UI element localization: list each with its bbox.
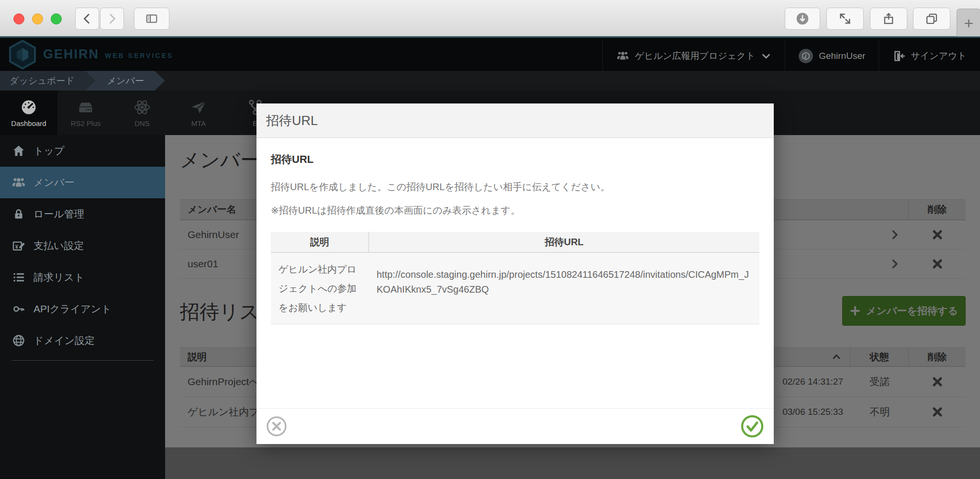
user-name-label: GehirnUser <box>819 51 865 61</box>
service-label: DNS <box>134 119 150 127</box>
window-zoom-button[interactable] <box>51 13 62 24</box>
sidebar: トップ メンバー ロール管理 ¥ 支払い設定 請求リスト <box>0 135 165 479</box>
project-group-icon <box>616 49 629 62</box>
project-switcher-label: ゲヒルン広報用プロジェクト <box>635 50 755 62</box>
modal-message-1: 招待URLを作成しました。この招待URLを招待したい相手に伝えてください。 <box>271 180 759 194</box>
signout-button[interactable]: サインアウト <box>879 39 980 72</box>
breadcrumb-dashboard[interactable]: ダッシュボード <box>0 71 96 91</box>
brand-name: GEHIRN <box>43 47 99 62</box>
col-description: 説明 <box>271 232 369 252</box>
col-invite-url: 招待URL <box>369 232 759 252</box>
signout-icon <box>892 50 905 62</box>
service-rs2plus[interactable]: RS2 Plus <box>57 91 114 135</box>
home-icon <box>11 144 26 158</box>
modal-heading: 招待URL <box>271 152 759 167</box>
atom-icon <box>134 99 151 116</box>
breadcrumb: ダッシュボード メンバー <box>0 71 980 91</box>
gehirn-hexagon-icon <box>9 40 36 69</box>
share-button[interactable] <box>870 8 907 30</box>
payment-settings-icon: ¥ <box>11 239 26 252</box>
back-button[interactable] <box>75 8 99 30</box>
downloads-button[interactable] <box>785 8 820 30</box>
sidebar-label: 請求リスト <box>33 271 84 284</box>
sidebar-label: 支払い設定 <box>33 239 84 252</box>
user-menu[interactable]: GehirnUser <box>785 39 879 72</box>
window-minimize-button[interactable] <box>32 13 43 24</box>
sidebar-item-top[interactable]: トップ <box>0 135 165 167</box>
app-header: GEHIRN WEB SERVICES ゲヒルン広報用プロジェクト Gehirn… <box>0 36 980 71</box>
new-tab-button[interactable]: + <box>957 9 980 36</box>
forward-icon <box>106 12 118 25</box>
list-icon <box>11 271 26 284</box>
service-mta[interactable]: MTA <box>170 91 227 135</box>
paper-plane-icon <box>190 99 207 116</box>
window-close-button[interactable] <box>13 13 24 24</box>
sidebar-toggle-button[interactable] <box>134 8 169 30</box>
svg-text:¥: ¥ <box>15 244 19 250</box>
service-dns[interactable]: DNS <box>114 91 170 135</box>
modal-message-2: ※招待URLは招待作成直後の本画面にのみ表示されます。 <box>271 204 759 217</box>
project-switcher[interactable]: ゲヒルン広報用プロジェクト <box>602 39 785 72</box>
chevron-down-icon <box>761 51 771 61</box>
lock-icon <box>11 208 26 220</box>
server-icon <box>77 99 94 116</box>
sidebar-label: APIクライアント <box>33 302 111 316</box>
sidebar-label: トップ <box>33 144 64 158</box>
forward-button[interactable] <box>100 8 124 30</box>
circle-x-icon <box>266 416 287 437</box>
plus-icon: + <box>964 15 974 31</box>
sidebar-divider <box>11 360 154 361</box>
service-label: MTA <box>191 119 206 127</box>
breadcrumb-label: メンバー <box>107 75 144 87</box>
sidebar-item-members[interactable]: メンバー <box>0 167 165 198</box>
invite-url-value[interactable]: http://console.staging.gehirn.jp/project… <box>369 253 759 324</box>
service-label: RS2 Plus <box>71 119 101 127</box>
fullscreen-icon <box>838 12 852 25</box>
invite-description: ゲヒルン社内プロジェクトへの参加をお願いします <box>271 253 369 324</box>
modal-confirm-button[interactable] <box>740 414 764 438</box>
download-icon <box>796 12 809 25</box>
users-icon <box>11 175 26 190</box>
tabs-icon <box>925 12 938 25</box>
service-label: Dashboard <box>11 119 46 127</box>
key-icon <box>11 303 26 315</box>
modal-title: 招待URL <box>256 103 774 138</box>
gauge-icon <box>20 99 37 116</box>
user-avatar <box>799 49 813 63</box>
sidebar-label: ドメイン設定 <box>33 334 95 347</box>
sidebar-label: メンバー <box>33 176 74 189</box>
sidebar-item-payment[interactable]: ¥ 支払い設定 <box>0 230 165 262</box>
service-dashboard[interactable]: Dashboard <box>0 91 57 135</box>
globe-icon <box>11 334 26 347</box>
modal-footer <box>256 408 774 444</box>
signout-label: サインアウト <box>911 50 967 62</box>
fullscreen-button[interactable] <box>826 8 864 30</box>
share-icon <box>882 12 895 25</box>
tab-overview-button[interactable] <box>913 8 950 30</box>
brand-logo[interactable]: GEHIRN WEB SERVICES <box>9 40 173 69</box>
browser-window: + GEHIRN WEB SERVICES ゲヒルン広報用プロジェクト <box>0 0 980 479</box>
sidebar-item-api-clients[interactable]: APIクライアント <box>0 293 165 325</box>
sidebar-item-invoices[interactable]: 請求リスト <box>0 262 165 293</box>
breadcrumb-members[interactable]: メンバー <box>84 71 165 91</box>
brand-tagline: WEB SERVICES <box>105 52 173 59</box>
sidebar-label: ロール管理 <box>33 207 84 221</box>
browser-toolbar: + <box>0 0 980 36</box>
circle-check-icon <box>740 414 764 438</box>
sidebar-toggle-icon <box>145 12 159 25</box>
invite-url-row: ゲヒルン社内プロジェクトへの参加をお願いします http://console.s… <box>271 253 759 324</box>
invite-url-modal: 招待URL 招待URL 招待URLを作成しました。この招待URLを招待したい相手… <box>256 103 774 444</box>
sidebar-item-roles[interactable]: ロール管理 <box>0 198 165 230</box>
sidebar-item-domains[interactable]: ドメイン設定 <box>0 325 165 356</box>
invite-url-table: 説明 招待URL ゲヒルン社内プロジェクトへの参加をお願いします http://… <box>271 232 759 324</box>
modal-cancel-button[interactable] <box>266 416 287 437</box>
back-icon <box>81 12 93 25</box>
breadcrumb-label: ダッシュボード <box>10 75 75 87</box>
